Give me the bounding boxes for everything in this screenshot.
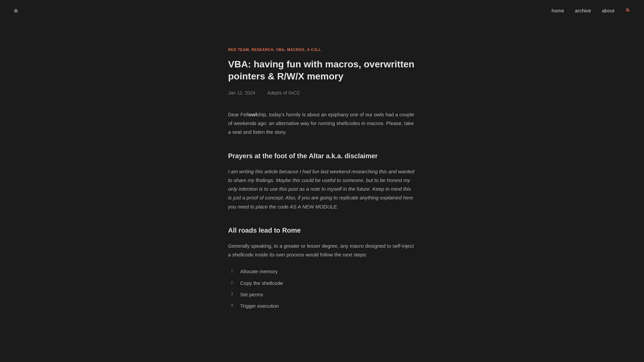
section1-body: I am writing this article because I had … xyxy=(228,167,416,211)
tag-vba: VBA xyxy=(276,47,285,53)
step-1: 1 Allocate memory xyxy=(231,267,416,276)
step-4-num: 4 xyxy=(231,302,235,310)
tag-research: RESEARCH xyxy=(251,47,275,53)
post-content: RED TEAM RESEARCH VBA MACROS X-C3LL VBA:… xyxy=(228,0,416,340)
step-2-text: Copy the shellcode xyxy=(240,279,283,288)
navbar: ✳ home archive about xyxy=(0,0,644,21)
step-2: 2 Copy the shellcode xyxy=(231,279,416,288)
step-3-num: 3 xyxy=(231,290,235,299)
meta-separator: · xyxy=(261,89,262,97)
nav-archive[interactable]: archive xyxy=(575,7,591,15)
highlight-owl: owl xyxy=(249,112,257,117)
nav-home[interactable]: home xyxy=(552,7,565,15)
tag-red-team: RED TEAM xyxy=(228,47,250,53)
post-meta: Jan 12, 2024 · Adepts of 0xCC xyxy=(228,89,416,97)
post-title: VBA: having fun with macros, overwritten… xyxy=(228,58,416,83)
tag-x-c3ll: X-C3LL xyxy=(307,47,321,53)
steps-list: 1 Allocate memory 2 Copy the shellcode 3… xyxy=(231,267,416,310)
nav-logo[interactable]: ✳ xyxy=(13,5,18,16)
post-body: Dear Fellowlship, today's homily is abou… xyxy=(228,110,416,311)
post-tags: RED TEAM RESEARCH VBA MACROS X-C3LL xyxy=(228,47,416,53)
post-intro: Dear Fellowlship, today's homily is abou… xyxy=(228,110,416,137)
tag-macros: MACROS xyxy=(287,47,306,53)
post-date: Jan 12, 2024 xyxy=(228,89,255,97)
rss-icon[interactable] xyxy=(625,6,631,15)
step-1-num: 1 xyxy=(231,267,235,276)
section1-italic: I am writing this article because I had … xyxy=(228,169,414,209)
step-4: 4 Trigger execution xyxy=(231,302,416,310)
nav-about[interactable]: about xyxy=(602,7,614,15)
step-3: 3 Set perms xyxy=(231,290,416,299)
nav-links: home archive about xyxy=(552,6,631,15)
step-2-num: 2 xyxy=(231,279,235,288)
step-1-text: Allocate memory xyxy=(240,267,278,276)
step-4-text: Trigger execution xyxy=(240,302,279,310)
section2-body: Generally speaking, to a greater or less… xyxy=(228,242,416,259)
step-3-text: Set perms xyxy=(240,290,263,299)
sun-icon: ✳ xyxy=(13,8,18,14)
section1-heading: Prayers at the foot of the Altar a.k.a. … xyxy=(228,150,416,162)
section2-heading: All roads lead to Rome xyxy=(228,225,416,236)
post-author: Adepts of 0xCC xyxy=(267,89,300,97)
